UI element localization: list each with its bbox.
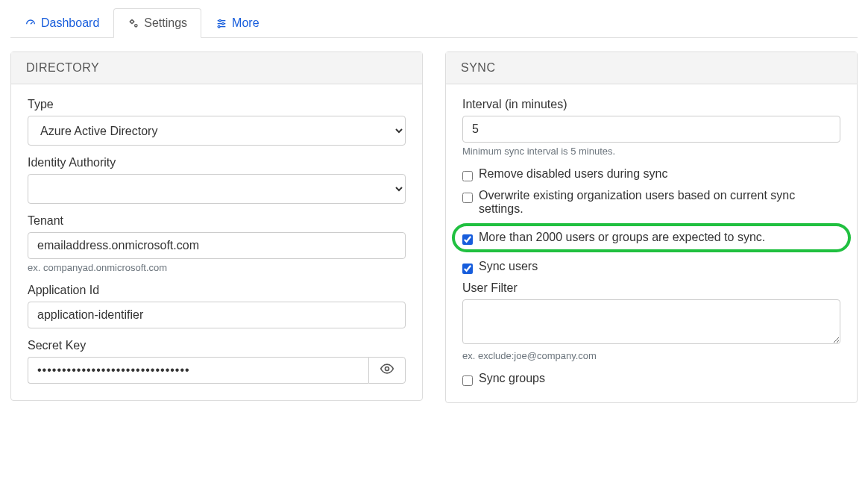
tenant-input[interactable]: [28, 232, 406, 259]
svg-point-13: [386, 367, 389, 371]
tenant-label: Tenant: [28, 214, 406, 228]
overwrite-checkbox[interactable]: [462, 193, 473, 203]
directory-header: DIRECTORY: [11, 52, 422, 84]
sync-users-checkbox[interactable]: [462, 264, 473, 274]
remove-disabled-label: Remove disabled users during sync: [479, 167, 840, 181]
user-filter-label: User Filter: [462, 281, 840, 295]
svg-point-12: [218, 25, 220, 28]
sync-users-label: Sync users: [479, 260, 840, 273]
interval-help: Minimum sync interval is 5 minutes.: [462, 146, 840, 157]
application-id-label: Application Id: [28, 284, 406, 297]
tab-more[interactable]: More: [201, 8, 273, 38]
large-sync-highlight: More than 2000 users or groups are expec…: [452, 223, 851, 252]
interval-input[interactable]: [462, 116, 840, 143]
sync-groups-checkbox[interactable]: [462, 375, 473, 386]
eye-icon: [380, 361, 394, 379]
remove-disabled-checkbox[interactable]: [462, 171, 473, 181]
svg-point-1: [130, 20, 133, 23]
tab-settings-label: Settings: [144, 16, 187, 30]
tab-more-label: More: [232, 16, 259, 30]
type-select[interactable]: Azure Active Directory: [28, 116, 406, 146]
secret-key-input[interactable]: [28, 357, 368, 384]
svg-point-10: [222, 22, 224, 25]
speedometer-icon: [25, 17, 37, 29]
identity-authority-label: Identity Authority: [28, 156, 406, 169]
sync-header: SYNC: [446, 52, 857, 84]
reveal-secret-button[interactable]: [368, 357, 406, 384]
tab-dashboard[interactable]: Dashboard: [10, 8, 113, 38]
gears-icon: [128, 17, 139, 29]
tab-settings[interactable]: Settings: [113, 8, 201, 38]
application-id-input[interactable]: [28, 302, 406, 328]
user-filter-help: ex. exclude:joe@company.com: [462, 350, 840, 361]
svg-point-2: [135, 25, 137, 27]
sliders-icon: [216, 17, 227, 29]
interval-label: Interval (in minutes): [462, 98, 840, 111]
type-label: Type: [28, 98, 406, 111]
large-sync-checkbox[interactable]: [462, 234, 473, 245]
svg-point-8: [219, 19, 221, 22]
directory-panel: DIRECTORY Type Azure Active Directory Id…: [10, 52, 423, 401]
svg-line-0: [31, 22, 33, 25]
large-sync-label: More than 2000 users or groups are expec…: [479, 231, 840, 244]
identity-authority-select[interactable]: [28, 174, 406, 204]
tab-dashboard-label: Dashboard: [41, 16, 99, 30]
tenant-help: ex. companyad.onmicrosoft.com: [28, 262, 406, 273]
user-filter-textarea[interactable]: [462, 299, 840, 344]
overwrite-label: Overwrite existing organization users ba…: [479, 189, 840, 216]
sync-panel: SYNC Interval (in minutes) Minimum sync …: [445, 52, 858, 403]
sync-groups-label: Sync groups: [479, 372, 840, 385]
tabs-bar: Dashboard Settings More: [10, 7, 858, 38]
secret-key-label: Secret Key: [28, 339, 406, 352]
